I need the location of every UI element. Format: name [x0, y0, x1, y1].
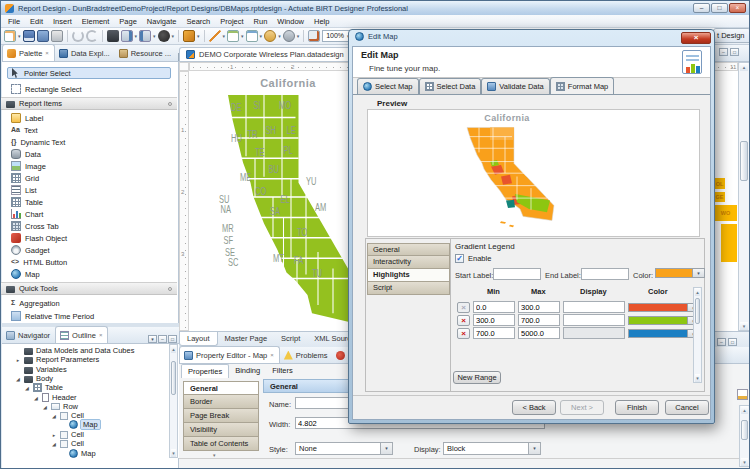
menu-window[interactable]: Window	[272, 16, 309, 27]
tab-layout[interactable]: Layout	[179, 332, 218, 346]
error-log-icon[interactable]	[737, 389, 748, 400]
display-combo[interactable]: Block ▾	[443, 442, 541, 455]
display-field[interactable]	[563, 301, 625, 313]
subtab-properties[interactable]: Properties	[181, 364, 229, 378]
end-label-field[interactable]	[581, 268, 629, 280]
minimize-button[interactable]: –	[693, 3, 710, 13]
tree-item-cell[interactable]: ◢Cell	[51, 439, 84, 448]
tree-item-map[interactable]: Map	[60, 449, 96, 458]
row-color-combo[interactable]: ▾	[628, 303, 700, 312]
palette-item-flash-object[interactable]: Flash Object	[7, 232, 171, 244]
tab-close-icon[interactable]: ×	[270, 352, 274, 358]
wand-caret[interactable]: ▾	[223, 33, 226, 39]
menu-element[interactable]: Element	[77, 16, 115, 27]
export-caret[interactable]: ▾	[153, 33, 156, 39]
palette-item-relative-time-period[interactable]: Relative Time Period	[7, 310, 171, 322]
california-map-editor[interactable]: DESIMOHUTRSHLETEPLMEBUCOYUSUNAELAMSAMRSF…	[213, 89, 363, 354]
scroll-down-icon[interactable]: ▾	[171, 449, 176, 457]
scroll-up-icon[interactable]: ▴	[740, 63, 748, 71]
scroll-down-icon[interactable]: ▾	[695, 374, 700, 382]
palette-item-table[interactable]: Table	[7, 196, 171, 208]
run-caret[interactable]: ▾	[172, 33, 175, 39]
new-report-icon[interactable]	[4, 30, 16, 42]
save-icon[interactable]	[23, 30, 35, 42]
menu-page[interactable]: Page	[114, 16, 142, 27]
category-page-break[interactable]: Page Break	[183, 409, 259, 423]
minimize-view-icon[interactable]: –	[719, 48, 728, 56]
category-border[interactable]: Border	[183, 395, 259, 409]
tab-navigator[interactable]: Navigator	[2, 327, 55, 343]
chevron-down-icon[interactable]: ▾	[528, 443, 540, 454]
preview-icon[interactable]	[308, 30, 320, 42]
expand-icon[interactable]: ▸	[15, 357, 21, 363]
print-icon[interactable]	[51, 30, 63, 42]
tab-data-explorer[interactable]: Data Expl...	[55, 45, 115, 61]
min-field[interactable]	[473, 327, 515, 339]
collapse-icon[interactable]: ◢	[51, 441, 57, 447]
palette-item-chart[interactable]: Chart	[7, 208, 171, 220]
max-field[interactable]	[518, 301, 560, 313]
tab-resource-explorer[interactable]: Resource ...	[115, 45, 176, 61]
palette-item-dynamic-text[interactable]: {}Dynamic Text	[7, 136, 171, 148]
collapse-icon[interactable]: ◢	[33, 395, 39, 401]
maximize-view-icon[interactable]: □	[730, 48, 739, 56]
minimize-view-icon[interactable]: –	[717, 338, 726, 346]
delete-range-icon[interactable]: ×	[457, 328, 470, 339]
chevron-down-icon[interactable]: ▾	[693, 268, 705, 278]
scroll-down-icon[interactable]: ▾	[740, 322, 748, 330]
menu-insert[interactable]: Insert	[48, 16, 77, 27]
nav-script[interactable]: Script	[367, 282, 450, 295]
tab-select-map[interactable]: Select Map	[357, 78, 419, 94]
insert-grid-icon[interactable]	[246, 30, 258, 42]
panel-scrollbar[interactable]: ▴ ▾	[739, 405, 750, 467]
back-caret[interactable]: ▾	[278, 33, 281, 39]
enable-checkbox[interactable]: ✓	[455, 254, 464, 263]
frame2-caret[interactable]: ▾	[260, 33, 263, 39]
fwd-caret[interactable]: ▾	[297, 33, 300, 39]
chevron-down-icon[interactable]: ▾	[380, 443, 392, 454]
palette-item-text[interactable]: AaText	[7, 124, 171, 136]
start-label-field[interactable]	[493, 268, 541, 280]
restore-button[interactable]: □	[711, 3, 728, 13]
max-field[interactable]	[518, 314, 560, 326]
palette-item-rectangle-select[interactable]: Rectangle Select	[7, 83, 171, 95]
new-dropdown-caret[interactable]: ▾	[18, 33, 21, 39]
min-field[interactable]	[473, 314, 515, 326]
subtab-filters[interactable]: Filters	[266, 364, 298, 378]
new-range-button[interactable]: New Range	[453, 371, 501, 384]
nav-highlights[interactable]: Highlights	[367, 269, 450, 282]
tab-palette[interactable]: Palette ×	[2, 44, 55, 61]
tab-master-page[interactable]: Master Page	[218, 332, 275, 345]
undo-icon[interactable]	[72, 30, 84, 42]
collapse-icon[interactable]: ◢	[42, 404, 48, 410]
tree-item-map-selected[interactable]: Map	[60, 420, 100, 429]
maximize-view-icon[interactable]: □	[168, 335, 177, 343]
tree-item-report-parameters[interactable]: ▸Report Parameters	[15, 355, 99, 364]
collapse-icon[interactable]: ◢	[15, 376, 21, 382]
scroll-down-icon[interactable]: ▾	[741, 458, 748, 466]
perspective-tab-report-design[interactable]: t Design	[713, 28, 750, 43]
menu-help[interactable]: Help	[309, 16, 334, 27]
palette-item-aggregation[interactable]: ΣAggregation	[7, 297, 171, 309]
tab-select-data[interactable]: Select Data	[419, 78, 482, 94]
tab-format-map[interactable]: Format Map	[550, 77, 614, 94]
tab-script[interactable]: Script	[274, 332, 307, 345]
menu-run[interactable]: Run	[249, 16, 273, 27]
palette-item-label[interactable]: Label	[7, 112, 171, 124]
table-scrollbar[interactable]: ▴ ▾	[693, 287, 702, 383]
tab-problems[interactable]: Problems	[280, 347, 333, 363]
scrollbar-thumb[interactable]	[741, 420, 748, 440]
tree-item-data-models[interactable]: Data Models and Data Cubes	[15, 346, 134, 355]
finish-button[interactable]: Finish	[615, 400, 659, 415]
view-menu-icon[interactable]: ▾	[148, 335, 157, 343]
cancel-button[interactable]: Cancel	[665, 400, 709, 415]
section-quick-tools[interactable]: Quick Tools	[1, 282, 177, 295]
row-color-combo[interactable]: ▾	[628, 329, 700, 338]
style-wand-icon[interactable]	[209, 30, 221, 42]
import-icon[interactable]	[121, 30, 133, 42]
min-field[interactable]	[473, 301, 515, 313]
tab-property-editor[interactable]: Property Editor - Map ×	[179, 346, 280, 363]
palette-item-cross-tab[interactable]: Cross Tab	[7, 220, 171, 232]
tree-item-row[interactable]: ◢Row	[42, 402, 78, 411]
save-all-icon[interactable]	[37, 30, 49, 42]
